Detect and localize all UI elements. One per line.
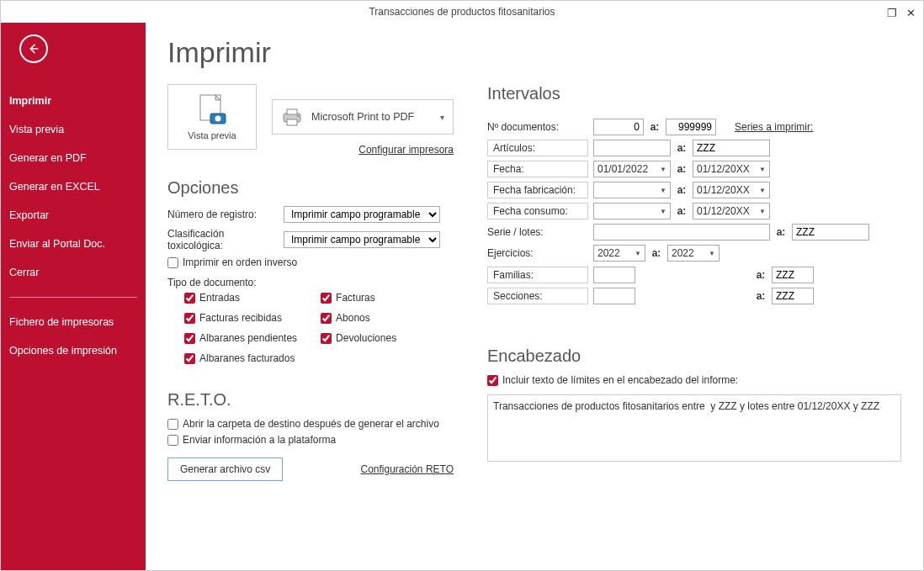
serie-label: Serie / lotes: (487, 225, 588, 240)
doctype-right-label-0: Facturas (336, 292, 375, 304)
window-title: Transacciones de productos fitosanitario… (369, 6, 555, 18)
chevron-down-icon: ▼ (759, 187, 766, 194)
art-label: Artículos: (487, 140, 588, 156)
ndoc-to-input[interactable] (666, 119, 716, 135)
ndoc-from-input[interactable] (593, 119, 644, 135)
ejer-label: Ejercicios: (487, 246, 588, 261)
fcon-to-select[interactable]: 01/12/20XX▼ (693, 203, 770, 219)
sec-to-input[interactable] (772, 288, 814, 304)
doctype-left-checkbox-0[interactable] (184, 293, 195, 304)
sidebar-item-1[interactable]: Vista previa (1, 115, 146, 144)
svg-rect-4 (287, 109, 297, 114)
svg-point-6 (297, 115, 299, 117)
include-limits-label: Incluir texto de límites en el encabezad… (502, 374, 738, 386)
fam-label: Familias: (487, 267, 588, 283)
sidebar-secondary-item-1[interactable]: Opciones de impresión (1, 336, 146, 365)
titlebar: Transacciones de productos fitosanitario… (1, 1, 923, 23)
generate-csv-button[interactable]: Generar archivo csv (167, 457, 283, 481)
doctype-right-checkbox-2[interactable] (321, 333, 332, 344)
svg-point-2 (215, 116, 221, 122)
doctype-right-label-2: Devoluciones (336, 332, 396, 344)
art-from-input[interactable] (593, 140, 671, 156)
printer-icon (281, 108, 303, 126)
maximize-icon[interactable]: ❐ (884, 3, 900, 24)
sidebar-item-6[interactable]: Cerrar (1, 258, 146, 287)
ejer-from-select[interactable]: 2022▼ (593, 245, 645, 262)
sec-from-input[interactable] (593, 288, 635, 304)
intervals-title: Intervalos (487, 84, 901, 103)
chevron-down-icon: ▼ (660, 166, 666, 173)
doc-type-label: Tipo de documento: (167, 277, 454, 288)
sidebar-separator (9, 297, 137, 298)
doctype-right-checkbox-1[interactable] (321, 313, 332, 324)
a-label: a: (649, 121, 661, 133)
back-button[interactable] (19, 34, 48, 63)
sidebar-item-2[interactable]: Generar en PDF (1, 144, 146, 172)
header-textarea[interactable]: Transacciones de productos fitosanitario… (487, 394, 901, 462)
reverse-order-label: Imprimir en orden inverso (183, 256, 297, 268)
reto-title: R.E.T.O. (167, 390, 454, 410)
sidebar: ImprimirVista previaGenerar en PDFGenera… (1, 23, 146, 570)
fcon-from-select[interactable]: ▼ (593, 203, 671, 219)
reg-number-label: Número de registro: (167, 209, 277, 220)
doctype-left-label-0: Entradas (199, 292, 240, 304)
sidebar-item-3[interactable]: Generar en EXCEL (1, 172, 146, 201)
open-folder-checkbox[interactable] (167, 419, 178, 430)
configure-printer-link[interactable]: Configurar impresora (358, 144, 454, 156)
tox-class-label: Clasificación toxicológica: (167, 228, 277, 251)
art-to-input[interactable] (693, 140, 770, 156)
include-limits-checkbox[interactable] (487, 375, 498, 386)
doctype-left-label-2: Albaranes pendientes (199, 332, 297, 344)
send-platform-checkbox[interactable] (167, 435, 178, 446)
reverse-order-checkbox[interactable] (167, 257, 178, 268)
doctype-left-label-3: Albaranes facturados (199, 352, 295, 364)
preview-label: Vista previa (188, 130, 236, 140)
chevron-down-icon: ▼ (660, 208, 666, 215)
fecha-label: Fecha: (487, 161, 588, 177)
sidebar-item-5[interactable]: Enviar al Portal Doc. (1, 230, 146, 258)
chevron-down-icon: ▼ (759, 208, 766, 215)
options-title: Opciones (167, 178, 454, 198)
printer-select[interactable]: Microsoft Print to PDF ▾ (272, 99, 454, 135)
chevron-down-icon: ▼ (709, 250, 715, 257)
doctype-right-checkbox-0[interactable] (321, 293, 332, 304)
chevron-down-icon: ▼ (635, 250, 641, 257)
ejer-to-select[interactable]: 2022▼ (667, 245, 720, 262)
sec-label: Secciones: (487, 288, 588, 304)
reg-number-select[interactable]: Imprimir campo programable 1 (284, 206, 440, 223)
document-preview-icon (197, 93, 227, 127)
sidebar-item-4[interactable]: Exportar (1, 201, 146, 230)
series-print-link[interactable]: Series a imprimir: (735, 121, 813, 133)
chevron-down-icon: ▼ (759, 166, 766, 173)
fecha-to-select[interactable]: 01/12/20XX▼ (693, 161, 770, 177)
doctype-left-checkbox-1[interactable] (184, 313, 195, 324)
sidebar-item-0[interactable]: Imprimir (1, 87, 146, 115)
doctype-left-checkbox-2[interactable] (184, 333, 195, 344)
sidebar-secondary-item-0[interactable]: Fichero de impresoras (1, 308, 146, 336)
doctype-left-label-1: Facturas recibidas (199, 312, 282, 324)
chevron-down-icon: ▾ (440, 113, 444, 122)
close-icon[interactable]: ✕ (903, 3, 918, 24)
encabezado-title: Encabezado (487, 346, 901, 366)
ffab-from-select[interactable]: ▼ (593, 182, 671, 198)
serie-to-input[interactable] (792, 224, 869, 241)
send-platform-label: Enviar información a la plataforma (183, 434, 336, 446)
doctype-left-checkbox-3[interactable] (184, 353, 195, 364)
chevron-down-icon: ▼ (660, 187, 666, 194)
reto-config-link[interactable]: Configuración RETO (361, 463, 454, 475)
svg-rect-5 (287, 119, 297, 125)
preview-button[interactable]: Vista previa (167, 84, 257, 150)
doctype-right-label-1: Abonos (336, 312, 370, 324)
printer-name: Microsoft Print to PDF (311, 111, 414, 123)
fcon-label: Fecha consumo: (487, 203, 588, 219)
fam-to-input[interactable] (772, 267, 814, 283)
fecha-from-select[interactable]: 01/01/2022▼ (593, 161, 671, 177)
fam-from-input[interactable] (593, 267, 635, 283)
page-title: Imprimir (167, 36, 901, 69)
serie-from-input[interactable] (593, 224, 770, 241)
tox-class-select[interactable]: Imprimir campo programable 2 (284, 231, 440, 248)
ffab-to-select[interactable]: 01/12/20XX▼ (693, 182, 770, 198)
arrow-left-icon (26, 41, 41, 56)
ndoc-label: Nº documentos: (487, 119, 588, 135)
open-folder-label: Abrir la carpeta de destino después de g… (183, 418, 439, 430)
